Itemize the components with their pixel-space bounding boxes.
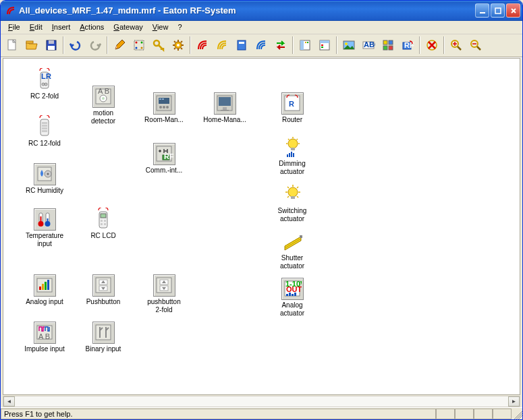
comm-int-icon: RF [153, 143, 175, 165]
svg-rect-28 [307, 42, 308, 43]
menu-edit[interactable]: Edit [25, 22, 47, 32]
pencil-button[interactable] [110, 36, 129, 55]
svg-rect-137 [292, 294, 294, 296]
svg-rect-54 [42, 122, 47, 124]
new-button[interactable] [3, 36, 22, 55]
menu-actions[interactable]: Actions [75, 22, 109, 32]
rf-blue-button[interactable] [252, 36, 271, 55]
device-analoginput[interactable]: Analog input [22, 274, 67, 306]
svg-point-8 [136, 42, 138, 44]
analog-out-icon: 1-10VOUT [281, 278, 304, 300]
device-binaryinput[interactable]: Binary input [81, 322, 126, 353]
device-rclcd[interactable]: RC LCD [81, 208, 126, 240]
device-label: pushbutton 2-fold [147, 298, 181, 314]
undo-button[interactable] [66, 36, 85, 55]
remote-2-icon: LR [34, 69, 56, 91]
maximize-button[interactable] [491, 3, 505, 18]
device-impulse[interactable]: A BImpulse input [22, 322, 67, 353]
grid-button[interactable] [130, 36, 148, 55]
svg-rect-79 [101, 214, 106, 218]
swap-button[interactable] [271, 36, 290, 55]
svg-rect-39 [383, 46, 387, 50]
device-router[interactable]: RRouter [270, 92, 314, 124]
menu-view[interactable]: View [148, 22, 173, 32]
resize-grip[interactable] [512, 409, 522, 419]
shutter-icon [281, 231, 304, 253]
svg-rect-138 [294, 293, 296, 296]
svg-rect-120 [291, 152, 292, 157]
svg-line-19 [174, 41, 175, 42]
bulb-sw-icon [281, 183, 304, 206]
device-pushbutton[interactable]: Pushbutton [81, 274, 126, 306]
svg-rect-70 [45, 282, 47, 290]
menu-insert[interactable]: Insert [47, 22, 76, 32]
device-motion[interactable]: A Bmotion detector [81, 86, 126, 125]
device-rchumidity[interactable]: RC Humidity [22, 163, 67, 195]
remote-lcd-icon [92, 208, 115, 231]
device-commint[interactable]: RFComm.-int... [142, 143, 186, 175]
menu-help[interactable]: ? [173, 22, 186, 32]
thermometer-icon [34, 208, 56, 231]
device-homemana[interactable]: Home-Mana... [202, 92, 247, 124]
device-push2fold[interactable]: pushbutton 2-fold [142, 274, 186, 314]
save-button[interactable] [42, 36, 61, 55]
rf-red-button[interactable] [193, 36, 212, 55]
rf-yellow-button[interactable] [213, 36, 231, 55]
svg-rect-87 [96, 325, 111, 340]
svg-rect-57 [42, 130, 47, 132]
status-pane-1 [436, 409, 455, 419]
zoom-in-button[interactable] [447, 36, 466, 55]
svg-rect-40 [389, 46, 393, 50]
blocks-button[interactable] [379, 36, 397, 55]
abc-button[interactable]: ABC [359, 36, 378, 55]
svg-rect-63 [40, 216, 42, 223]
svg-rect-106 [219, 97, 231, 106]
menu-gateway[interactable]: Gateway [109, 22, 147, 32]
device-rc12fold[interactable]: RC 12-fold [22, 116, 67, 148]
key-button[interactable] [149, 36, 168, 55]
menu-bar: File Edit Insert Actions Gateway View ? [1, 21, 522, 34]
close-button[interactable] [506, 3, 520, 18]
svg-rect-69 [42, 284, 44, 290]
rf-tag-button[interactable]: RF [398, 36, 417, 55]
svg-rect-123 [291, 196, 295, 199]
canvas[interactable]: LRRC 2-foldRC 12-foldRC HumidityTemperat… [3, 58, 520, 395]
bulb-dim-icon [281, 136, 304, 158]
image-button[interactable] [339, 36, 358, 55]
open-button[interactable] [22, 36, 41, 55]
scroll-right-button[interactable]: ► [508, 396, 520, 407]
zoom-out-button[interactable] [466, 36, 485, 55]
gear-button[interactable] [169, 36, 188, 55]
book-button[interactable] [232, 36, 251, 55]
svg-text:RF: RF [404, 41, 414, 49]
pushbutton-icon [153, 274, 175, 297]
svg-rect-31 [321, 44, 323, 46]
svg-rect-121 [293, 153, 294, 157]
svg-rect-27 [305, 42, 306, 43]
device-analogact[interactable]: 1-10VOUTAnalog actuator [270, 278, 314, 318]
redo-button[interactable] [86, 36, 105, 55]
minimize-button[interactable] [475, 3, 489, 18]
device-shutter[interactable]: Shutter actuator [270, 231, 314, 270]
scroll-left-button[interactable]: ◄ [3, 396, 15, 407]
panel2-button[interactable] [315, 36, 334, 55]
device-switching[interactable]: Switching actuator [270, 183, 314, 223]
menu-file[interactable]: File [3, 22, 25, 32]
svg-line-45 [458, 47, 461, 50]
horizontal-scrollbar[interactable]: ◄ ► [3, 396, 520, 407]
svg-rect-1 [495, 8, 501, 13]
delete-button[interactable] [422, 36, 441, 55]
svg-line-129 [287, 196, 289, 198]
panel1-button[interactable] [296, 36, 314, 55]
device-roommgr[interactable]: Room-Man... [142, 92, 186, 124]
device-rc2fold[interactable]: LRRC 2-fold [22, 69, 67, 100]
device-tempinput[interactable]: Temperature input [22, 208, 67, 248]
svg-rect-32 [321, 47, 323, 48]
device-dimming[interactable]: Dimming actuator [270, 136, 314, 176]
scroll-track[interactable] [15, 396, 508, 407]
svg-rect-56 [42, 127, 47, 129]
svg-line-22 [181, 41, 182, 42]
title-bar: All_devices_MRF_1.47_mdm.mrf - Eaton RF-… [1, 1, 522, 21]
device-label: Shutter actuator [280, 254, 304, 270]
status-pane-2 [455, 409, 474, 419]
